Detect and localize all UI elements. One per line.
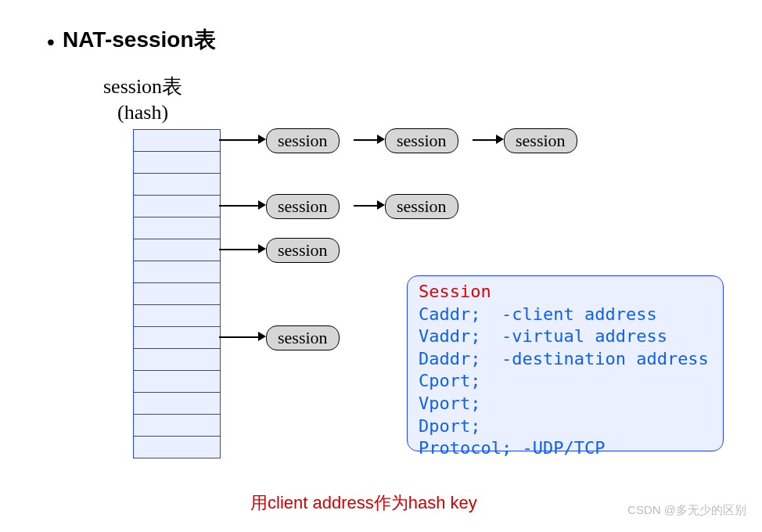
session-node: session (266, 325, 340, 350)
session-node: session (266, 194, 340, 219)
hash-bucket (134, 305, 220, 327)
arrow-icon (258, 244, 266, 253)
page-title: NAT-session表 (63, 25, 216, 55)
hash-bucket (134, 283, 220, 305)
arrow-line (219, 249, 258, 250)
arrow-line (354, 205, 377, 207)
hash-bucket (134, 371, 220, 393)
hash-bucket (134, 217, 220, 239)
session-field: Dport; (419, 415, 712, 438)
arrow-line (473, 139, 496, 141)
hash-bucket (134, 152, 220, 174)
session-field: Cport; (419, 370, 712, 393)
arrow-icon (258, 135, 266, 144)
session-struct-title: Session (419, 281, 712, 304)
hash-bucket (134, 349, 220, 371)
arrow-icon (377, 200, 385, 210)
session-node: session (266, 238, 340, 263)
footnote-text: 用client address作为hash key (250, 491, 477, 515)
arrow-line (219, 139, 258, 141)
bullet-dot: • (47, 30, 55, 55)
arrow-icon (258, 332, 266, 341)
hash-table (133, 129, 221, 458)
session-struct-box: Session Caddr; -client address Vaddr; -v… (407, 275, 724, 451)
hash-bucket (134, 415, 220, 437)
session-field: Vaddr; -virtual address (419, 325, 712, 348)
session-node: session (385, 128, 458, 153)
arrow-icon (377, 135, 385, 144)
hash-bucket (134, 261, 220, 283)
session-field: Caddr; -client address (419, 304, 712, 326)
hash-bucket (134, 393, 220, 415)
hash-label-line1: session表 (103, 75, 182, 98)
session-field: Vport; (419, 393, 712, 415)
session-node: session (385, 194, 458, 219)
arrow-icon (496, 135, 504, 144)
arrow-line (219, 205, 258, 207)
arrow-line (219, 336, 258, 338)
hash-bucket (134, 327, 220, 349)
hash-bucket (134, 437, 220, 458)
arrow-line (354, 139, 377, 141)
hash-bucket (134, 239, 220, 261)
session-node: session (504, 128, 577, 153)
hash-bucket (134, 196, 220, 217)
arrow-icon (258, 200, 266, 210)
session-field: Protocol; -UDP/TCP (419, 437, 712, 460)
session-field: Daddr; -destination address (419, 348, 712, 371)
hash-label-line2: (hash) (117, 101, 168, 124)
watermark-text: CSDN @多无少的区别 (627, 503, 746, 518)
hash-table-label: session表 (hash) (103, 74, 182, 125)
hash-bucket (134, 130, 220, 152)
hash-bucket (134, 174, 220, 196)
session-node: session (266, 128, 340, 153)
